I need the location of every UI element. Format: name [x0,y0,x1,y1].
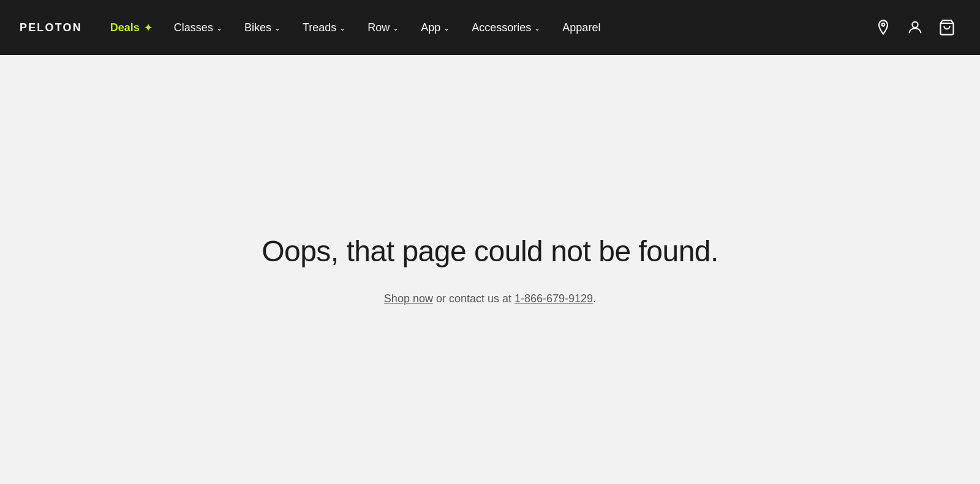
shop-now-link[interactable]: Shop now [384,292,433,305]
cart-button[interactable] [933,14,960,41]
nav-items: Deals ✦ Classes ⌄ Bikes ⌄ Treads ⌄ Row ⌄… [99,0,870,55]
nav-item-row[interactable]: Row ⌄ [356,0,410,55]
bikes-chevron-icon: ⌄ [274,24,281,32]
classes-chevron-icon: ⌄ [216,24,222,32]
period: . [593,292,596,305]
nav-item-treads[interactable]: Treads ⌄ [292,0,356,55]
nav-item-app[interactable]: App ⌄ [410,0,461,55]
treads-chevron-icon: ⌄ [339,24,345,32]
location-icon [875,19,892,36]
nav-item-bikes-label: Bikes [244,21,271,34]
account-button[interactable] [902,14,929,41]
nav-item-treads-label: Treads [303,21,336,34]
phone-link[interactable]: 1-866-679-9129 [514,292,593,305]
nav-item-deals[interactable]: Deals ✦ [99,0,163,55]
or-contact-text: or contact us at [433,292,514,305]
deals-star-icon: ✦ [144,22,152,34]
peloton-logo[interactable]: PELOTON [20,21,82,34]
svg-point-0 [882,23,885,26]
row-chevron-icon: ⌄ [393,24,399,32]
error-heading: Oops, that page could not be found. [262,234,718,268]
nav-item-apparel-label: Apparel [562,21,600,34]
main-nav: PELOTON Deals ✦ Classes ⌄ Bikes ⌄ Treads… [0,0,980,55]
nav-item-app-label: App [421,21,440,34]
accessories-chevron-icon: ⌄ [534,24,540,32]
location-button[interactable] [870,14,897,41]
nav-icon-group [870,14,960,41]
nav-item-classes-label: Classes [174,21,213,34]
nav-item-row-label: Row [368,21,390,34]
app-chevron-icon: ⌄ [443,24,450,32]
error-subtext: Shop now or contact us at 1-866-679-9129… [384,292,596,305]
main-content: Oops, that page could not be found. Shop… [0,55,980,484]
nav-item-accessories[interactable]: Accessories ⌄ [461,0,551,55]
nav-item-apparel[interactable]: Apparel [551,0,611,55]
svg-point-1 [912,22,918,28]
nav-item-classes[interactable]: Classes ⌄ [163,0,233,55]
nav-item-bikes[interactable]: Bikes ⌄ [233,0,292,55]
cart-icon [938,19,956,36]
account-icon [907,19,924,36]
nav-item-deals-label: Deals [110,21,140,34]
nav-item-accessories-label: Accessories [472,21,531,34]
